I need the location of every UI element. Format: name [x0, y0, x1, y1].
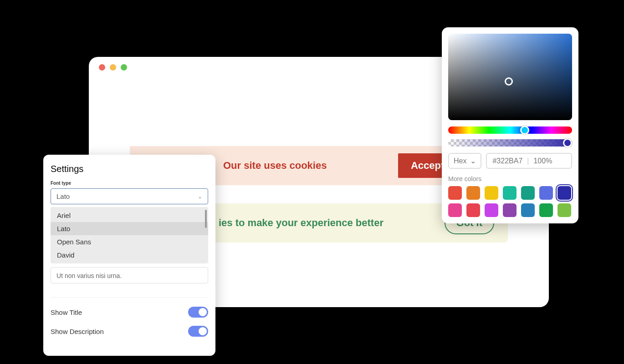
color-swatch[interactable]: [448, 186, 462, 200]
alpha-slider[interactable]: [448, 139, 572, 147]
show-description-label: Show Description: [51, 328, 104, 335]
show-description-row: Show Description: [51, 326, 208, 337]
color-format-label: Hex: [454, 157, 466, 165]
color-saturation-area[interactable]: [448, 34, 572, 120]
font-option[interactable]: David: [51, 248, 208, 262]
color-hex-input[interactable]: #322BA7 | 100%: [486, 153, 572, 169]
close-window-icon[interactable]: [99, 64, 105, 71]
chevron-down-icon: ⌄: [198, 193, 202, 200]
color-swatch[interactable]: [466, 186, 480, 200]
divider: [51, 297, 208, 298]
hue-thumb-icon[interactable]: [520, 126, 529, 135]
chevron-down-icon: ⌄: [470, 157, 476, 165]
minimize-window-icon[interactable]: [110, 64, 116, 71]
show-description-toggle[interactable]: [188, 326, 208, 337]
maximize-window-icon[interactable]: [121, 64, 127, 71]
color-value-row: Hex ⌄ #322BA7 | 100%: [448, 153, 572, 169]
color-picker-panel: Hex ⌄ #322BA7 | 100% More colors: [442, 27, 578, 223]
color-swatch[interactable]: [485, 203, 498, 217]
font-type-dropdown: Ariel Lato Open Sans David: [51, 207, 208, 263]
color-swatch[interactable]: [539, 186, 553, 200]
color-swatch[interactable]: [466, 203, 480, 217]
color-swatch[interactable]: [485, 186, 498, 200]
font-option[interactable]: Lato: [51, 222, 208, 235]
color-swatch[interactable]: [558, 203, 571, 217]
font-option[interactable]: Ariel: [51, 209, 208, 222]
more-colors-label: More colors: [448, 175, 572, 182]
show-title-row: Show Title: [51, 307, 208, 318]
color-sv-thumb-icon[interactable]: [505, 77, 513, 86]
color-swatch-grid: [448, 186, 572, 217]
alpha-thumb-icon[interactable]: [563, 138, 572, 147]
color-format-select[interactable]: Hex ⌄: [448, 153, 481, 169]
color-swatch[interactable]: [558, 186, 571, 200]
cookie-banner-title: Our site uses cookies: [223, 160, 327, 172]
settings-panel: Settings Font type Lato ⌄ Ariel Lato Ope…: [43, 155, 215, 356]
font-option[interactable]: Open Sans: [51, 235, 208, 248]
settings-title: Settings: [51, 164, 208, 174]
font-type-value: Lato: [56, 192, 70, 200]
hue-slider[interactable]: [448, 126, 572, 134]
font-type-select[interactable]: Lato ⌄: [51, 188, 208, 204]
color-swatch[interactable]: [521, 186, 535, 200]
font-type-label: Font type: [51, 181, 208, 186]
color-swatch[interactable]: [521, 203, 535, 217]
color-swatch[interactable]: [503, 203, 517, 217]
separator-icon: |: [527, 157, 529, 165]
show-title-label: Show Title: [51, 308, 82, 316]
cookie-banner-text: ies to make your experience better: [219, 217, 384, 229]
color-hex-value: #322BA7: [492, 157, 522, 165]
color-opacity-value: 100%: [533, 157, 552, 165]
description-textarea[interactable]: Ut non varius nisi urna.: [51, 267, 208, 283]
dropdown-scrollbar[interactable]: [205, 210, 207, 228]
show-title-toggle[interactable]: [188, 307, 208, 318]
color-swatch[interactable]: [503, 186, 517, 200]
color-swatch[interactable]: [448, 203, 462, 217]
color-swatch[interactable]: [539, 203, 553, 217]
